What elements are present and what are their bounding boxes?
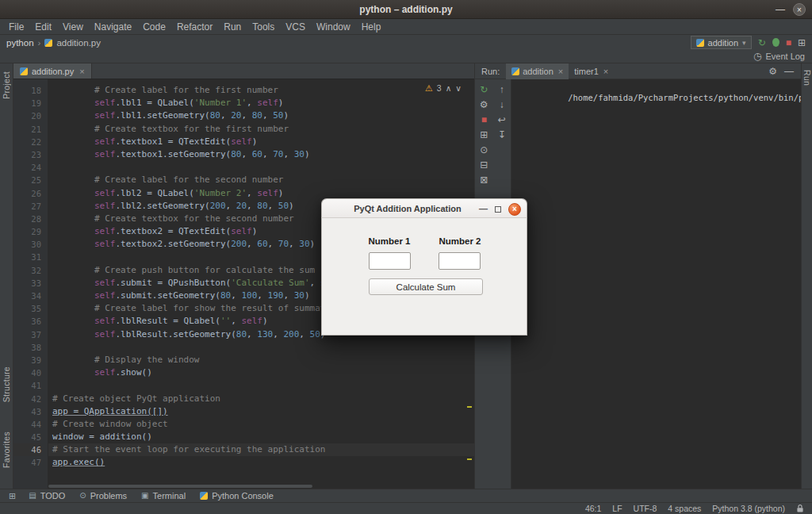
soft-wrap-icon[interactable]: ↩: [498, 115, 506, 125]
rerun-icon[interactable]: ↻: [758, 38, 766, 48]
eventlog-row: ◷ Event Log: [0, 50, 812, 63]
stripe-mark[interactable]: [467, 406, 472, 408]
code-token: ): [278, 188, 284, 198]
code-line[interactable]: app.exec(): [48, 456, 474, 469]
code-line[interactable]: # Create textbox for the first number: [48, 123, 474, 136]
down-stacktrace-icon[interactable]: ↓: [500, 100, 504, 109]
run-configuration-select[interactable]: addition ▾: [691, 36, 752, 49]
tool-strip-structure[interactable]: Structure: [2, 366, 11, 402]
number2-input[interactable]: [439, 252, 481, 270]
window-controls: — ×: [776, 0, 806, 19]
number1-input[interactable]: [369, 252, 411, 270]
pin-icon[interactable]: ⊙: [480, 145, 488, 155]
rerun-icon[interactable]: ↻: [480, 85, 488, 94]
scroll-to-end-icon[interactable]: ↧: [498, 130, 506, 140]
maximize-icon[interactable]: [495, 206, 501, 213]
menu-edit[interactable]: Edit: [29, 21, 57, 33]
code-line[interactable]: self.textbox1 = QTextEdit(self): [48, 136, 474, 148]
menu-code[interactable]: Code: [137, 21, 171, 33]
status-item-2[interactable]: UTF-8: [634, 504, 657, 513]
clear-icon[interactable]: ⊠: [480, 175, 488, 185]
code-line[interactable]: # Display the window: [48, 354, 474, 366]
lock-icon[interactable]: [796, 504, 804, 513]
prev-warning-icon[interactable]: ∧: [446, 82, 452, 94]
inspections-widget[interactable]: ⚠3 ∧ ∨: [425, 82, 462, 94]
code-line[interactable]: app = QApplication([]): [48, 405, 474, 418]
close-icon[interactable]: ×: [508, 203, 521, 216]
minimize-icon[interactable]: —: [776, 5, 785, 14]
toolwindow-button-todo[interactable]: ▤TODO: [21, 491, 72, 501]
code-line[interactable]: [48, 341, 474, 354]
code-line[interactable]: window = addition(): [48, 431, 474, 443]
status-item-1[interactable]: LF: [612, 504, 622, 513]
code-line[interactable]: self.lbl1 = QLabel('Number 1', self): [48, 97, 474, 109]
stop-icon[interactable]: ■: [481, 115, 487, 125]
menu-vcs[interactable]: VCS: [280, 21, 311, 33]
edit-config-icon[interactable]: ⚙: [480, 100, 488, 109]
run-tab-timer1[interactable]: timer1×: [569, 63, 614, 79]
code-token: 'Number 1': [194, 98, 247, 108]
stripe-mark[interactable]: [467, 458, 472, 460]
menu-tools[interactable]: Tools: [247, 21, 280, 33]
code-token: ,: [283, 290, 293, 301]
pyqt-titlebar[interactable]: PyQt Addition Application — ×: [321, 198, 527, 218]
close-tab-icon[interactable]: ×: [558, 67, 563, 76]
code-token: self: [94, 316, 116, 326]
tool-strip-favorites[interactable]: Favorites: [2, 432, 11, 468]
status-item-4[interactable]: Python 3.8 (python): [712, 504, 785, 513]
tool-strip-project[interactable]: Project: [2, 71, 11, 99]
minimize-icon[interactable]: —: [479, 205, 488, 213]
menu-help[interactable]: Help: [356, 21, 387, 33]
pyqt-app-window[interactable]: PyQt Addition Application — × Number 1 N…: [321, 198, 527, 336]
menu-navigate[interactable]: Navigate: [89, 21, 137, 33]
line-number: 35: [13, 302, 41, 315]
close-tab-icon[interactable]: ×: [603, 67, 608, 76]
toolwindow-button-terminal[interactable]: ▣Terminal: [134, 491, 193, 501]
event-log-button[interactable]: Event Log: [765, 52, 805, 61]
menu-run[interactable]: Run: [218, 21, 247, 33]
code-line[interactable]: self.textbox1.setGeometry(80, 60, 70, 30…: [48, 148, 474, 161]
editor-tab-addition[interactable]: addition.py ×: [13, 63, 92, 79]
scrollbar-thumb[interactable]: [48, 485, 312, 488]
code-token: ,: [231, 290, 241, 301]
code-line[interactable]: [48, 161, 474, 174]
gear-icon[interactable]: ⚙: [768, 67, 777, 76]
code-line[interactable]: self.lbl1.setGeometry(80, 20, 80, 50): [48, 109, 474, 122]
toolwindow-button-problems[interactable]: ⊙Problems: [72, 491, 134, 501]
code-line[interactable]: # Start the event loop for executing the…: [48, 443, 474, 456]
menu-refactor[interactable]: Refactor: [171, 21, 218, 33]
code-line[interactable]: [48, 379, 474, 392]
stop-icon[interactable]: ■: [786, 38, 791, 48]
toolwindow-switcher-icon[interactable]: ⊞: [3, 491, 21, 501]
breadcrumb-project[interactable]: python: [6, 38, 34, 48]
run-console[interactable]: /home/fahmida/PycharmProjects/python/ven…: [511, 79, 801, 489]
code-line[interactable]: # Create label for the first number: [48, 84, 474, 97]
os-titlebar[interactable]: python – addition.py — ×: [0, 0, 812, 19]
status-item-0[interactable]: 46:1: [585, 504, 601, 513]
code-line[interactable]: # Create window object: [48, 418, 474, 431]
editor-horizontal-scrollbar[interactable]: [48, 485, 474, 488]
next-warning-icon[interactable]: ∨: [455, 82, 462, 94]
code-line[interactable]: self.show(): [48, 366, 474, 379]
restore-layout-icon[interactable]: ⊞: [480, 130, 488, 140]
hide-panel-icon[interactable]: —: [784, 67, 794, 76]
debug-bug-icon[interactable]: [772, 38, 779, 47]
status-item-3[interactable]: 4 spaces: [668, 504, 701, 513]
grid-icon[interactable]: ⊞: [798, 38, 806, 48]
tool-strip-run[interactable]: Run: [802, 70, 812, 86]
console-horizontal-scrollbar[interactable]: [516, 482, 793, 486]
toolwindow-button-python-console[interactable]: Python Console: [193, 491, 281, 501]
up-stacktrace-icon[interactable]: ↑: [500, 85, 504, 94]
close-icon[interactable]: ×: [793, 3, 806, 16]
menu-file[interactable]: File: [3, 21, 29, 33]
code-token: 60: [257, 239, 267, 249]
calculate-sum-button[interactable]: Calculate Sum: [369, 278, 483, 295]
menu-window[interactable]: Window: [311, 21, 356, 33]
code-line[interactable]: # Create label for the second number: [48, 174, 474, 186]
code-line[interactable]: # Create object PyQt application: [48, 393, 474, 405]
menu-view[interactable]: View: [57, 21, 89, 33]
run-tab-addition[interactable]: addition×: [506, 63, 569, 79]
close-tab-icon[interactable]: ×: [79, 67, 84, 76]
breadcrumb-file[interactable]: addition.py: [56, 38, 101, 48]
print-icon[interactable]: ⊟: [480, 160, 488, 170]
